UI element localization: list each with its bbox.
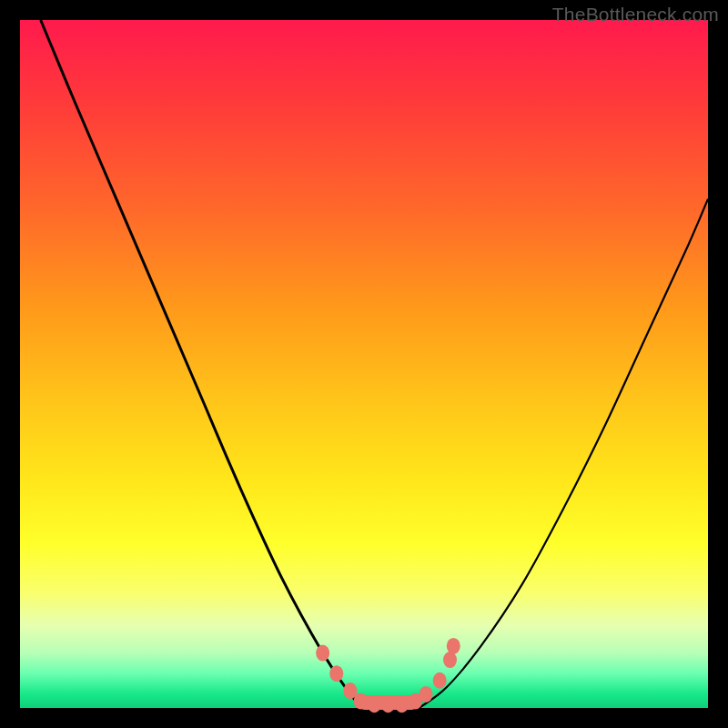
chart-plot-area [20, 20, 708, 708]
watermark-text: TheBottleneck.com [552, 4, 719, 25]
